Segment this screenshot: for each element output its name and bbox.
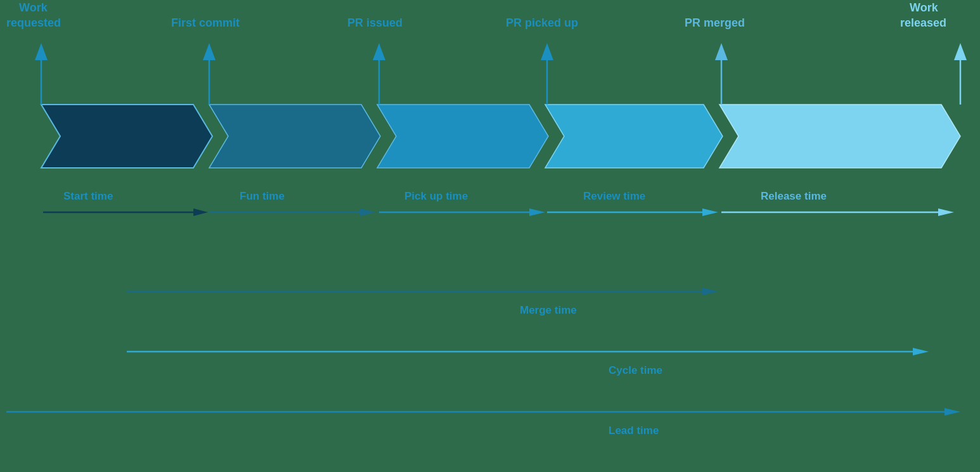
diagram-container: Work requested First commit PR issued PR… bbox=[0, 0, 980, 472]
fun-time-label: Fun time bbox=[240, 190, 285, 202]
label-first-commit: First commit bbox=[171, 16, 240, 29]
label-work-requested-1: Work bbox=[19, 1, 48, 14]
cycle-time-arrowhead bbox=[913, 348, 929, 355]
milestone-arrow-5 bbox=[715, 43, 728, 60]
merge-time-arrowhead bbox=[702, 288, 718, 295]
merge-time-label: Merge time bbox=[520, 304, 577, 316]
phase-arrow-1 bbox=[41, 105, 212, 168]
label-work-released-1: Work bbox=[910, 1, 939, 14]
start-time-label: Start time bbox=[63, 190, 113, 202]
phase-arrow-3 bbox=[377, 105, 548, 168]
label-work-requested-2: requested bbox=[6, 16, 61, 29]
milestone-arrow-3 bbox=[373, 43, 385, 60]
review-time-label: Review time bbox=[583, 190, 645, 202]
milestone-arrow-1 bbox=[35, 43, 48, 60]
release-time-label: Release time bbox=[761, 190, 827, 202]
lead-time-label: Lead time bbox=[609, 424, 659, 437]
phase-arrow-2 bbox=[209, 105, 380, 168]
lead-time-arrowhead bbox=[945, 408, 960, 416]
milestone-arrow-6 bbox=[954, 43, 967, 60]
start-time-arrowhead bbox=[193, 208, 208, 216]
phase-arrow-4 bbox=[545, 105, 723, 168]
pickup-time-label: Pick up time bbox=[404, 190, 468, 202]
pickup-time-arrowhead bbox=[529, 208, 545, 216]
label-pr-issued: PR issued bbox=[347, 16, 403, 29]
milestone-arrow-2 bbox=[203, 43, 216, 60]
label-work-released-2: released bbox=[900, 16, 946, 29]
phase-arrow-5 bbox=[719, 105, 960, 168]
milestone-arrow-4 bbox=[541, 43, 553, 60]
review-time-arrowhead bbox=[702, 208, 718, 216]
fun-time-arrowhead bbox=[360, 208, 375, 216]
label-pr-picked-up: PR picked up bbox=[506, 16, 578, 29]
label-pr-merged: PR merged bbox=[685, 16, 745, 29]
release-time-arrowhead bbox=[938, 208, 954, 216]
cycle-time-label: Cycle time bbox=[609, 364, 662, 376]
